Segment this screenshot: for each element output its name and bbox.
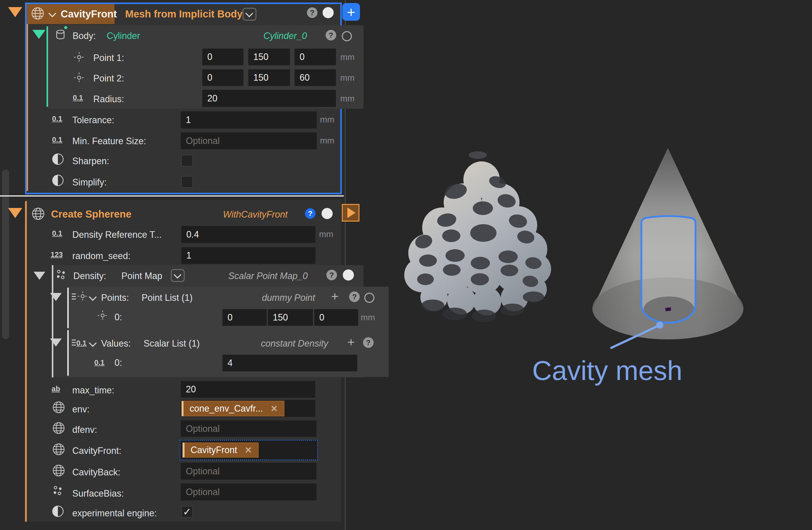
run-node-button[interactable]	[342, 204, 360, 222]
detach-icon[interactable]	[342, 31, 352, 41]
remove-cavity-front-icon[interactable]: ✕	[245, 445, 252, 455]
node-separator	[0, 195, 344, 197]
point2-z-input[interactable]: 60	[294, 69, 336, 86]
node1-type: Mesh from Implicit Body	[125, 8, 243, 20]
globe-icon	[52, 421, 65, 435]
add-value-icon[interactable]: +	[347, 336, 355, 348]
node2-instance: WithCavityFront	[223, 209, 288, 220]
points-instance: dummy Point	[262, 292, 315, 303]
min-feature-label: Min. Feature Size:	[72, 136, 146, 147]
simplify-label: Simplify:	[72, 177, 107, 188]
sharpen-checkbox[interactable]	[181, 155, 193, 166]
visibility-toggle[interactable]	[343, 269, 354, 281]
cavity-front-chip[interactable]: CavityFront ✕	[183, 443, 259, 458]
boolean-icon	[52, 153, 64, 165]
points-accent-line	[67, 288, 69, 328]
add-point-icon[interactable]: +	[331, 290, 338, 303]
point0-x-input[interactable]: 0	[222, 309, 267, 326]
max-time-input[interactable]: 20	[181, 381, 315, 398]
globe-icon	[52, 443, 65, 456]
globe-icon	[52, 464, 65, 477]
point0-y-input[interactable]: 150	[268, 309, 313, 326]
node2-collapse-arrow[interactable]	[8, 208, 22, 218]
scalar-icon: 0.1	[52, 229, 62, 238]
point1-label: Point 1:	[93, 53, 124, 63]
help-icon[interactable]: ?	[325, 30, 336, 41]
add-block-button[interactable]: +	[342, 3, 360, 21]
tolerance-label: Tolerance:	[72, 115, 114, 125]
random-seed-input[interactable]: 1	[181, 247, 316, 264]
help-icon[interactable]: ?	[307, 7, 318, 18]
sharpen-label: Sharpen:	[72, 156, 109, 166]
point1-unit: mm	[340, 52, 355, 62]
node1-type-dropdown[interactable]	[243, 8, 256, 20]
help-icon[interactable]: ?	[327, 270, 337, 280]
point2-x-input[interactable]: 0	[202, 69, 244, 86]
value0-input[interactable]: 4	[222, 355, 357, 372]
env-chip-label: cone_env_Cavfr...	[190, 403, 263, 414]
tolerance-input[interactable]: 1	[181, 111, 317, 128]
density-collapse-arrow[interactable]	[34, 272, 45, 280]
body-label: Body:	[73, 31, 96, 41]
scrollbar-thumb[interactable]	[2, 169, 9, 339]
density-accent-line	[52, 265, 53, 377]
body-collapse-arrow[interactable]	[32, 30, 45, 39]
node2-name: Create Spherene	[51, 208, 131, 220]
points-value[interactable]: Point List (1)	[142, 292, 193, 303]
point0-z-input[interactable]: 0	[314, 309, 358, 326]
list-icon	[72, 293, 76, 299]
point-icon	[74, 72, 85, 83]
node1-collapse-arrow[interactable]	[8, 7, 22, 17]
density-ref-input[interactable]: 0.4	[181, 226, 316, 243]
node1-accent-line	[27, 24, 28, 191]
cavity-back-input[interactable]: Optional	[181, 463, 317, 480]
node2-accent-line	[25, 201, 27, 522]
experimental-engine-checkbox[interactable]: ✓	[181, 506, 193, 518]
dfenv-label: dfenv:	[72, 424, 97, 435]
remove-env-icon[interactable]: ✕	[271, 404, 278, 414]
scalar-icon: 0.1	[52, 136, 62, 144]
density-value[interactable]: Point Map	[121, 271, 162, 281]
cylinder-icon	[54, 28, 67, 41]
max-time-label: max_time:	[72, 385, 114, 396]
surface-bias-input[interactable]: Optional	[181, 484, 317, 500]
cavity-front-chip-label: CavityFront	[191, 445, 237, 455]
env-chip[interactable]: cone_env_Cavfr... ✕	[182, 401, 285, 416]
scalar-icon: 0.1	[73, 94, 83, 102]
detach-icon[interactable]	[364, 293, 374, 303]
random-seed-label: random_seed:	[72, 251, 130, 261]
density-type-dropdown[interactable]	[171, 269, 185, 282]
help-icon[interactable]: ?	[349, 291, 360, 302]
cone-env-object[interactable]	[586, 144, 751, 359]
body-value[interactable]: Cylinder	[107, 31, 140, 41]
point2-y-input[interactable]: 150	[248, 69, 290, 86]
visibility-toggle[interactable]	[322, 208, 333, 219]
help-icon[interactable]: ?	[305, 208, 316, 219]
point2-label: Point 2:	[93, 73, 124, 84]
app-window: CavityFront Mesh from Implicit Body ? + …	[0, 0, 812, 530]
spherene-mesh-object[interactable]	[403, 151, 552, 327]
point1-z-input[interactable]: 0	[294, 48, 336, 65]
cavity-mesh-callout: Cavity mesh	[532, 355, 682, 386]
radius-input[interactable]: 20	[202, 90, 336, 107]
visibility-toggle[interactable]	[322, 7, 334, 18]
play-icon	[347, 207, 356, 218]
point2-unit: mm	[340, 73, 355, 83]
experimental-engine-label: experimental engine:	[72, 508, 157, 519]
values-collapse-arrow[interactable]	[50, 338, 62, 347]
point1-y-input[interactable]: 150	[248, 48, 290, 65]
scalar-icon: 0.1	[52, 115, 62, 123]
min-feature-input[interactable]: Optional	[181, 132, 317, 149]
env-label: env:	[72, 404, 89, 415]
list-icon	[72, 339, 76, 346]
values-value[interactable]: Scalar List (1)	[144, 338, 200, 349]
point1-x-input[interactable]: 0	[202, 48, 244, 65]
cavity-front-label: CavityFront:	[72, 446, 121, 456]
points-collapse-arrow[interactable]	[50, 293, 62, 301]
help-icon[interactable]: ?	[363, 337, 374, 348]
dfenv-input[interactable]: Optional	[181, 420, 317, 437]
value0-label: 0:	[115, 358, 122, 368]
point0-label: 0:	[115, 312, 122, 323]
simplify-checkbox[interactable]	[181, 176, 193, 188]
body-status-dot	[64, 26, 67, 29]
